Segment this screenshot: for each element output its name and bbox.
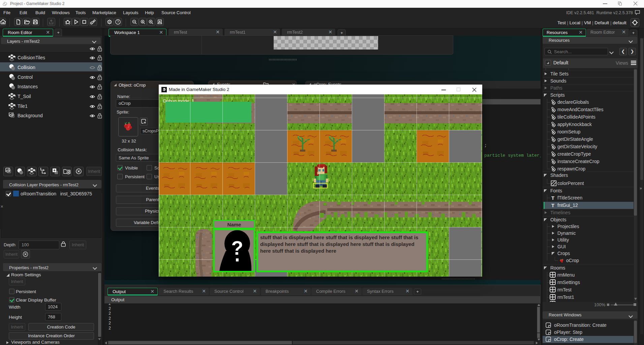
svg-text:?: ? — [231, 237, 243, 259]
svg-text:?: ? — [117, 20, 119, 24]
